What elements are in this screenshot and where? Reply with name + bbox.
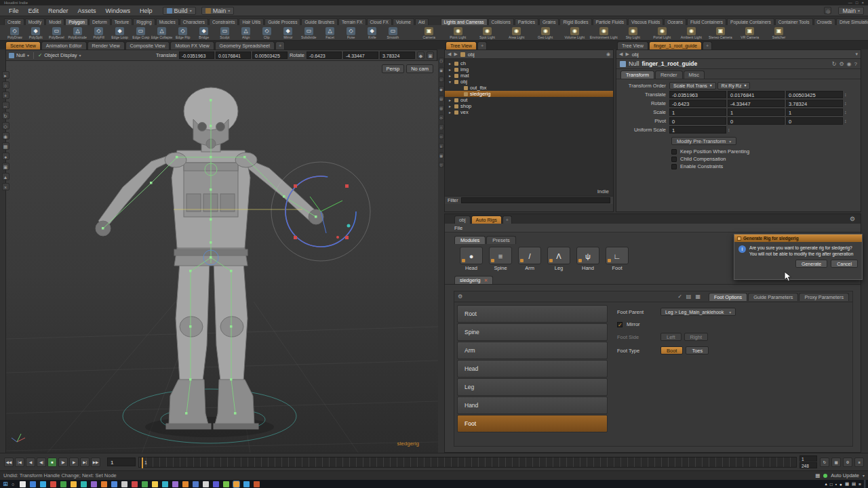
foot-parent-select[interactable]: Leg > Leg_Main_anklehook ▾ — [660, 308, 736, 316]
checkbox-keep-position-when-parenting[interactable] — [671, 149, 677, 155]
app-icon[interactable] — [40, 481, 46, 487]
handles-tool-icon[interactable]: + — [2, 92, 9, 99]
pin-icon[interactable]: ◉ — [847, 61, 852, 67]
back-icon[interactable]: ◀ — [448, 52, 451, 57]
shelf-tab-grains[interactable]: Grains — [539, 18, 559, 25]
rig-tab-sledgerig[interactable]: sledgerig ✕ — [454, 276, 493, 284]
playhead[interactable] — [142, 458, 143, 468]
viewport-translate-x[interactable]: -0.0351963 — [179, 52, 214, 59]
save-icon[interactable]: ▦ — [695, 293, 701, 300]
shelf-tab-texture[interactable]: Texture — [111, 18, 133, 25]
caret-down-icon[interactable]: ▾ — [448, 79, 452, 84]
menu-render[interactable]: Render — [43, 7, 73, 15]
view-mode-icon[interactable]: ▢ — [439, 58, 444, 63]
viewport-rotate-z[interactable]: 3.78324 — [380, 52, 415, 59]
param-translate-z[interactable]: 0.00503425 — [786, 91, 843, 98]
tray-icon[interactable]: ▤ — [852, 481, 856, 487]
tab-new-tab-button[interactable]: + — [477, 41, 487, 49]
edge-flip-tool[interactable]: ◇Edge Flip — [172, 27, 193, 39]
caret-right-icon[interactable]: ▸ — [448, 110, 452, 115]
component-spine[interactable]: Spine — [457, 323, 608, 341]
main-menu-left[interactable]: Main ▾ — [201, 7, 235, 15]
params-tab-render[interactable]: Render — [655, 70, 683, 79]
shelf-tab-create[interactable]: Create — [4, 18, 24, 25]
mirror-tool[interactable]: ◆Mirror — [277, 27, 298, 39]
shelf-tab-drive-simulation[interactable]: Drive Simulation — [836, 18, 868, 25]
shelf-tab-hair-utils[interactable]: Hair Utils — [239, 18, 264, 25]
camera-tool[interactable]: ▣Camera — [414, 27, 443, 39]
memory-icon[interactable]: ▦ — [815, 472, 820, 479]
camera-lock-icon[interactable]: △ — [439, 124, 444, 129]
facet-tool[interactable]: △Facet — [319, 27, 340, 39]
dopnet-icon[interactable]: ▦ — [831, 458, 841, 467]
component-arm[interactable]: Arm — [457, 342, 608, 359]
grid-tool-icon[interactable]: ▣ — [2, 163, 9, 170]
viewport-translate-y[interactable]: 0.0176841 — [216, 52, 251, 59]
select-tool-icon[interactable]: ▸ — [2, 71, 9, 79]
shelf-tab-particles[interactable]: Particles — [515, 18, 538, 25]
shelf-tab-rigid-bodies[interactable]: Rigid Bodies — [559, 18, 591, 25]
rotate-order-select[interactable]: Rx Ry Rz ▾ — [717, 82, 751, 89]
params-path[interactable]: obj — [632, 52, 639, 58]
viewport-translate-z[interactable]: 0.00503425 — [252, 52, 288, 59]
app-icon[interactable] — [132, 481, 138, 487]
component-head[interactable]: Head — [457, 360, 608, 378]
area-light-tool[interactable]: ◉Area Light — [502, 27, 531, 39]
module-spine[interactable]: ≡Spine — [488, 247, 513, 271]
close-button[interactable]: × — [861, 1, 864, 5]
tab-scene-view[interactable]: Scene View — [5, 41, 41, 49]
scene-viewport[interactable]: Null ▾ ✓ Object Display ▾ Translate -0.0… — [5, 49, 437, 453]
translate-tool-icon[interactable]: ↔ — [2, 102, 9, 109]
network-path[interactable]: obj — [468, 52, 475, 58]
shelf-tab-crowds[interactable]: Crowds — [814, 18, 835, 25]
recent-icon[interactable]: ▾ — [855, 52, 858, 57]
tree-node-img[interactable]: ▸img — [445, 66, 613, 73]
layout-icon[interactable]: ▦ — [439, 152, 444, 158]
shelf-tab-lights-and-cameras[interactable]: Lights and Cameras — [441, 18, 488, 25]
edge-collapse-tool[interactable]: △Edge Collapse — [151, 27, 172, 39]
snap-tool-icon[interactable]: ▦ — [2, 142, 9, 150]
chevron-down-icon[interactable]: ▾ — [27, 53, 29, 58]
spot-light-tool[interactable]: ◉Spot Light — [473, 27, 502, 39]
foot-side-right[interactable]: Right — [684, 333, 709, 341]
caret-right-icon[interactable]: ▸ — [448, 98, 452, 102]
clip-tool[interactable]: ◇Clip — [256, 27, 277, 39]
app-icon[interactable] — [50, 481, 56, 487]
shelf-tab-constraints[interactable]: Constraints — [209, 18, 238, 25]
menu-icon[interactable]: ≡ — [854, 458, 864, 467]
environment-light-tool[interactable]: ◉Environment Light — [589, 27, 618, 39]
portal-light-tool[interactable]: ◉Portal Light — [648, 27, 677, 39]
switcher-tool[interactable]: ▣Switcher — [764, 27, 793, 39]
point-light-tool[interactable]: ◉Point Light — [443, 27, 473, 39]
menu-file[interactable]: File — [4, 7, 24, 15]
param-pivot-y[interactable]: 0 — [728, 117, 785, 125]
node-name[interactable]: finger_1_root_guide — [642, 60, 698, 67]
file-menu[interactable]: File — [454, 225, 462, 231]
options-tab-guide-parameters[interactable]: Guide Parameters — [748, 293, 798, 301]
houdini-app-icon[interactable] — [233, 481, 239, 487]
shelf-tab-polygon[interactable]: Polygon — [65, 18, 88, 25]
tray-icon[interactable]: ≡ — [859, 482, 861, 487]
keyframe-icon[interactable]: ◆ — [417, 52, 425, 59]
polybevel-tool[interactable]: ▭PolyBevel — [46, 27, 67, 39]
cancel-button[interactable]: Cancel — [831, 260, 858, 268]
view-tool-icon[interactable]: ● — [2, 152, 9, 160]
snap-toggle-icon[interactable]: ▥ — [439, 105, 444, 110]
module-hand[interactable]: ψHand — [575, 247, 601, 271]
ladder-handle[interactable]: ↕ — [844, 110, 847, 115]
gear-icon[interactable]: ⚙ — [839, 61, 844, 67]
module-arm[interactable]: /Arm — [517, 247, 542, 271]
edge-loop-tool[interactable]: ◆Edge Loop — [109, 27, 130, 39]
app-icon[interactable] — [213, 481, 219, 487]
bridge-tool[interactable]: ◆Bridge — [193, 27, 214, 39]
component-root[interactable]: Root — [457, 305, 608, 323]
foot-type-toes[interactable]: Toes — [686, 346, 709, 354]
shelf-tab-oceans[interactable]: Oceans — [664, 18, 686, 25]
start-button[interactable]: ⊞ — [2, 481, 9, 487]
app-icon[interactable] — [121, 481, 127, 487]
app-icon[interactable] — [243, 481, 250, 487]
tree-node-out_fbx[interactable]: out_fbx — [445, 85, 613, 91]
param-rotate-z[interactable]: 3.78324 — [786, 100, 843, 107]
tab-motion-fx-view[interactable]: Motion FX View — [170, 41, 214, 49]
param-scale-x[interactable]: 1 — [669, 108, 726, 116]
